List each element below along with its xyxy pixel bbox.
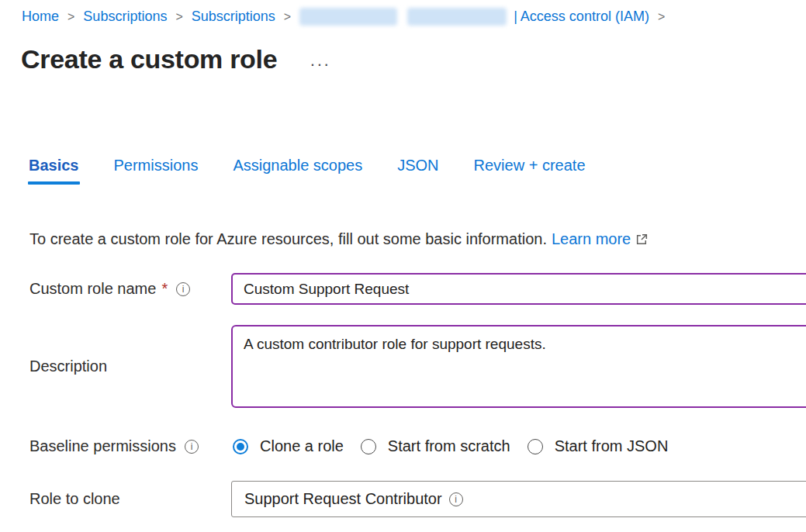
custom-role-name-label-group: Custom role name * i	[29, 280, 231, 298]
baseline-permissions-label: Baseline permissions	[29, 437, 176, 455]
custom-role-name-label: Custom role name	[29, 280, 156, 298]
radio-unselected-icon[interactable]	[528, 439, 543, 454]
learn-more-link[interactable]: Learn more	[552, 230, 631, 248]
chevron-right-icon: >	[175, 10, 182, 24]
external-link-icon	[635, 233, 649, 246]
breadcrumb-link-access-control-iam[interactable]: | Access control (IAM)	[514, 9, 649, 25]
required-asterisk: *	[161, 280, 168, 298]
more-options-icon[interactable]: ···	[310, 60, 330, 68]
role-to-clone-label: Role to clone	[29, 490, 120, 508]
description-row: Description A custom contributor role fo…	[29, 325, 806, 408]
radio-start-from-scratch[interactable]: Start from scratch	[361, 437, 510, 455]
redacted-subscription-name	[299, 8, 507, 26]
radio-clone-a-role-label: Clone a role	[260, 437, 344, 455]
page-header: Create a custom role ···	[0, 41, 806, 78]
wizard-tabs: Basics Permissions Assignable scopes JSO…	[0, 155, 806, 176]
breadcrumb-link-subscriptions-2[interactable]: Subscriptions	[192, 9, 275, 25]
role-to-clone-value: Support Request Contributor	[244, 490, 442, 508]
info-icon[interactable]: i	[176, 282, 190, 296]
radio-start-from-json-label: Start from JSON	[555, 437, 669, 455]
radio-selected-icon[interactable]	[233, 439, 248, 454]
radio-start-from-scratch-label: Start from scratch	[388, 437, 510, 455]
intro-sentence: To create a custom role for Azure resour…	[29, 230, 547, 248]
tab-assignable-scopes[interactable]: Assignable scopes	[233, 155, 362, 176]
description-label: Description	[29, 358, 107, 375]
tab-permissions[interactable]: Permissions	[114, 155, 199, 176]
tab-review-create[interactable]: Review + create	[474, 155, 586, 176]
chevron-right-icon: >	[284, 10, 291, 24]
role-to-clone-label-group: Role to clone	[29, 490, 231, 508]
role-to-clone-combobox[interactable]: Support Request Contributor i	[231, 481, 806, 517]
chevron-right-icon: >	[67, 10, 74, 24]
redaction-blob	[407, 8, 507, 26]
role-to-clone-row: Role to clone Support Request Contributo…	[29, 481, 806, 517]
intro-text: To create a custom role for Azure resour…	[0, 230, 806, 248]
breadcrumb-link-home[interactable]: Home	[22, 9, 59, 25]
baseline-permissions-label-group: Baseline permissions i	[29, 437, 231, 455]
page-title: Create a custom role	[21, 44, 277, 74]
info-icon[interactable]: i	[185, 440, 199, 454]
custom-role-name-row: Custom role name * i	[29, 273, 806, 305]
radio-start-from-json[interactable]: Start from JSON	[528, 437, 669, 455]
info-icon[interactable]: i	[449, 492, 463, 506]
baseline-permissions-row: Baseline permissions i Clone a role Star…	[29, 437, 806, 455]
redaction-blob	[299, 8, 397, 26]
radio-clone-a-role[interactable]: Clone a role	[233, 437, 344, 455]
breadcrumb-link-subscriptions[interactable]: Subscriptions	[83, 9, 167, 25]
basics-form: Custom role name * i Description A custo…	[0, 273, 806, 517]
tab-json[interactable]: JSON	[397, 155, 438, 176]
chevron-right-icon: >	[658, 10, 665, 24]
radio-unselected-icon[interactable]	[361, 439, 376, 454]
description-textarea[interactable]: A custom contributor role for support re…	[231, 325, 806, 408]
baseline-permissions-radio-group: Clone a role Start from scratch Start fr…	[231, 437, 806, 455]
tab-basics[interactable]: Basics	[29, 155, 79, 176]
custom-role-name-input[interactable]	[231, 273, 806, 305]
breadcrumb: Home > Subscriptions > Subscriptions > |…	[0, 0, 806, 26]
description-label-group: Description	[29, 358, 231, 375]
